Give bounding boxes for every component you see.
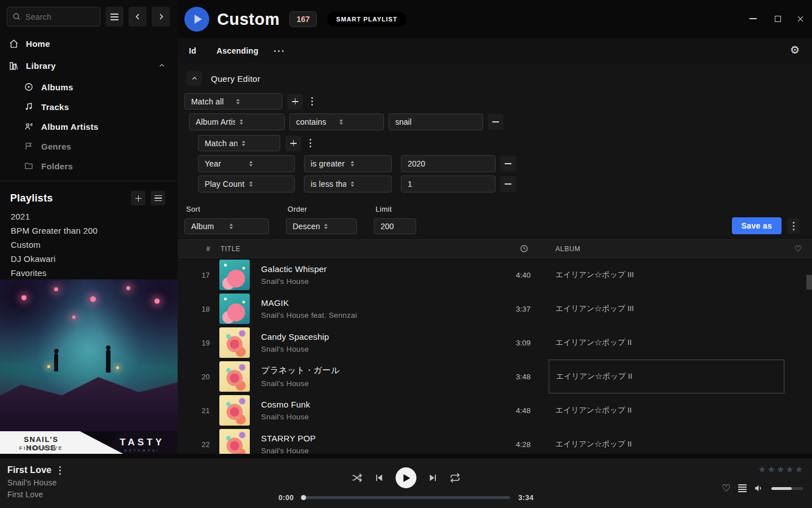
query-order-select[interactable]: Descending: [286, 218, 357, 234]
rule-value-input[interactable]: [401, 155, 496, 172]
column-number[interactable]: #: [178, 245, 219, 253]
scrollbar-thumb[interactable]: [806, 275, 812, 290]
remove-rule-button[interactable]: [500, 176, 516, 192]
track-duration: 3:37: [483, 305, 531, 313]
track-row[interactable]: 17 Galactic WhisperSnail's House 4:40 エイ…: [178, 258, 812, 292]
track-row[interactable]: 22 STARRY POPSnail's House 4:28 エイリアン☆ポッ…: [178, 427, 812, 454]
star-icon[interactable]: ★: [795, 465, 803, 474]
window-maximize-button[interactable]: [773, 14, 783, 24]
queue-icon[interactable]: [738, 484, 747, 492]
playlist-item[interactable]: Favorites: [0, 266, 178, 280]
sidebar-item-genres[interactable]: Genres: [0, 138, 178, 154]
track-row[interactable]: 21 Cosmo FunkSnail's House 4:48 エイリアン☆ポッ…: [178, 393, 812, 427]
track-album[interactable]: エイリアン☆ポップ III: [549, 292, 784, 326]
shuffle-button[interactable]: [352, 472, 363, 483]
track-album[interactable]: エイリアン☆ポップ II: [549, 326, 784, 360]
rule-operator-select[interactable]: contains: [289, 113, 384, 130]
progress-bar[interactable]: [302, 496, 510, 499]
volume-slider[interactable]: [771, 487, 803, 490]
track-album[interactable]: エイリアン☆ポップ II: [549, 427, 784, 454]
playlist-item[interactable]: 2021: [0, 209, 178, 224]
track-title: Cosmo Funk: [261, 400, 483, 409]
now-playing-album-art[interactable]: SNAIL'S HOUSE FIRST LOVE TASTY BETAMAXI: [0, 279, 178, 457]
track-album[interactable]: エイリアン☆ポップ II: [549, 393, 784, 427]
remove-rule-button[interactable]: [488, 114, 504, 130]
rule-field-select[interactable]: Play Count: [198, 176, 295, 192]
rule-value-input[interactable]: [389, 113, 483, 130]
star-icon[interactable]: ★: [767, 465, 775, 474]
star-icon[interactable]: ★: [758, 465, 766, 474]
add-playlist-button[interactable]: [131, 191, 145, 205]
playlist-list-button[interactable]: [151, 191, 165, 205]
more-options-icon[interactable]: [274, 50, 284, 52]
volume-icon[interactable]: [754, 483, 764, 493]
track-duration: 3:09: [483, 339, 531, 347]
query-editor: Query Editor Match all Album Artist cont…: [178, 63, 812, 234]
playlist-item[interactable]: Custom: [0, 238, 178, 252]
track-album-art: [219, 260, 250, 290]
sort-direction-button[interactable]: Ascending: [217, 46, 258, 55]
track-album-label: エイリアン☆ポップ III: [555, 270, 634, 280]
sidebar-item-tracks[interactable]: Tracks: [0, 99, 178, 115]
sidebar-item-library[interactable]: Library: [0, 57, 178, 74]
plus-icon: [135, 195, 142, 202]
group-options-icon[interactable]: [310, 139, 311, 147]
progress-knob[interactable]: [301, 495, 306, 500]
track-row[interactable]: 19 Candy SpaceshipSnail's House 3:09 エイリ…: [178, 326, 812, 360]
match-select[interactable]: Match all: [184, 93, 283, 110]
group-options-icon[interactable]: [311, 97, 313, 106]
now-playing-options-icon[interactable]: [59, 466, 61, 475]
play-pause-button[interactable]: [396, 467, 417, 488]
add-rule-button[interactable]: [287, 94, 303, 110]
favorite-heart-icon[interactable]: ♡: [722, 483, 731, 493]
sidebar-item-albums[interactable]: Albums: [0, 79, 178, 95]
sidebar-item-folders[interactable]: Folders: [0, 158, 178, 174]
rule-value-input[interactable]: [401, 176, 496, 192]
chevron-up-icon: [191, 75, 198, 82]
repeat-icon: [450, 472, 461, 483]
forward-button[interactable]: [152, 7, 170, 27]
window-close-button[interactable]: [795, 14, 805, 24]
save-options-button[interactable]: [787, 218, 800, 234]
column-title[interactable]: TITLE: [219, 245, 483, 253]
rule-operator-select[interactable]: is greater than: [304, 155, 392, 172]
rule-operator-value: is less than: [311, 179, 346, 189]
star-icon[interactable]: ★: [785, 465, 793, 474]
previous-button[interactable]: [374, 473, 384, 483]
match-select[interactable]: Match any: [198, 135, 280, 151]
play-playlist-button[interactable]: [184, 7, 209, 32]
chevron-up-icon[interactable]: [158, 62, 165, 69]
app-window: Home Library Albums Tracks Album Artists…: [0, 0, 812, 508]
playlist-item[interactable]: BPM Greater than 200: [0, 224, 178, 238]
track-row[interactable]: 18 MAGIKSnail's House feat. Sennzai 3:37…: [178, 292, 812, 326]
add-rule-button[interactable]: [285, 135, 301, 151]
track-row[interactable]: 20 プラネット・ガールSnail's House 3:48 エイリアン☆ポップ…: [178, 360, 812, 393]
column-album[interactable]: ALBUM: [549, 245, 784, 253]
save-as-button[interactable]: Save as: [732, 217, 782, 234]
next-button[interactable]: [429, 473, 438, 483]
column-favorite-heart-icon[interactable]: ♡: [784, 244, 812, 254]
sidebar-item-album-artists[interactable]: Album Artists: [0, 119, 178, 134]
playlist-item[interactable]: DJ Okawari: [0, 252, 178, 266]
remove-rule-button[interactable]: [500, 156, 516, 172]
query-sort-select[interactable]: Album: [184, 218, 269, 234]
rule-operator-select[interactable]: is less than: [304, 176, 392, 192]
folder-icon: [24, 161, 33, 170]
repeat-button[interactable]: [450, 472, 461, 483]
gear-icon[interactable]: ⚙: [790, 45, 800, 55]
track-album-focused[interactable]: エイリアン☆ポップ II: [549, 360, 784, 393]
limit-input[interactable]: [374, 218, 416, 234]
collapse-query-button[interactable]: [187, 71, 202, 86]
sort-field-button[interactable]: Id: [189, 46, 196, 55]
track-artist: Snail's House: [261, 413, 483, 421]
back-button[interactable]: [129, 7, 147, 27]
track-album[interactable]: エイリアン☆ポップ III: [549, 258, 784, 292]
column-duration[interactable]: [483, 244, 531, 253]
star-icon[interactable]: ★: [776, 465, 784, 474]
shuffle-icon: [352, 472, 363, 483]
sidebar-item-home[interactable]: Home: [0, 35, 178, 52]
rule-field-select[interactable]: Album Artist: [189, 113, 285, 130]
window-minimize-button[interactable]: [748, 14, 758, 24]
rule-field-select[interactable]: Year: [198, 155, 295, 172]
menu-button[interactable]: [105, 7, 123, 27]
